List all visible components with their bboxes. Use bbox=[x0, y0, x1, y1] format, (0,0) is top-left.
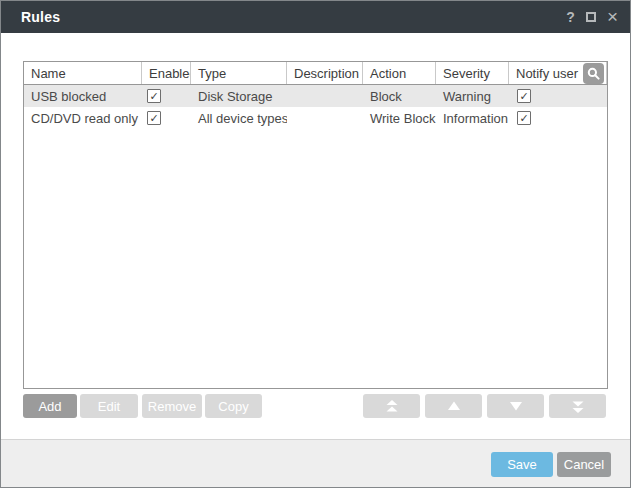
rule-description bbox=[287, 107, 363, 129]
rule-notify-cell: ✓ bbox=[509, 107, 607, 129]
reorder-buttons bbox=[363, 394, 606, 418]
help-icon[interactable]: ? bbox=[566, 8, 575, 26]
notify-checkbox-checked[interactable]: ✓ bbox=[517, 111, 531, 125]
table-header: Name Enabled Type Description Action Sev… bbox=[24, 62, 607, 85]
window-controls: ? × bbox=[566, 8, 618, 26]
rule-enabled-cell: ✓ bbox=[142, 85, 191, 107]
close-icon[interactable]: × bbox=[607, 8, 618, 26]
column-header-action[interactable]: Action bbox=[363, 62, 436, 84]
column-header-name[interactable]: Name bbox=[24, 62, 142, 84]
move-top-button[interactable] bbox=[363, 394, 420, 418]
move-down-button[interactable] bbox=[487, 394, 544, 418]
move-bottom-button[interactable] bbox=[549, 394, 606, 418]
move-up-button[interactable] bbox=[425, 394, 482, 418]
table-row[interactable]: CD/DVD read only ✓ All device types Writ… bbox=[24, 107, 607, 129]
rules-toolbar: Add Edit Remove Copy bbox=[23, 394, 606, 418]
column-header-type[interactable]: Type bbox=[191, 62, 287, 84]
notify-checkbox-checked[interactable]: ✓ bbox=[517, 89, 531, 103]
rule-action: Block bbox=[363, 85, 436, 107]
column-header-enabled[interactable]: Enabled bbox=[142, 62, 191, 84]
search-icon bbox=[587, 67, 600, 80]
double-arrow-up-icon bbox=[385, 400, 399, 413]
cancel-button[interactable]: Cancel bbox=[557, 452, 611, 477]
table-row[interactable]: USB blocked ✓ Disk Storage Block Warning… bbox=[24, 85, 607, 107]
dialog-footer: Save Cancel bbox=[1, 439, 630, 487]
rule-notify-cell: ✓ bbox=[509, 85, 607, 107]
rule-description bbox=[287, 85, 363, 107]
maximize-glyph bbox=[586, 12, 596, 22]
search-button[interactable] bbox=[583, 63, 604, 84]
rule-name: CD/DVD read only bbox=[24, 107, 142, 129]
save-button[interactable]: Save bbox=[491, 452, 553, 477]
dialog-title: Rules bbox=[21, 9, 60, 25]
enabled-checkbox-checked[interactable]: ✓ bbox=[147, 111, 161, 125]
rule-type: All device types bbox=[191, 107, 287, 129]
title-bar: Rules ? × bbox=[1, 1, 630, 33]
edit-button[interactable]: Edit bbox=[80, 394, 138, 418]
rule-action: Write Block bbox=[363, 107, 436, 129]
rule-severity: Information bbox=[436, 107, 509, 129]
remove-button[interactable]: Remove bbox=[142, 394, 202, 418]
rules-table: Name Enabled Type Description Action Sev… bbox=[23, 61, 608, 389]
maximize-icon[interactable] bbox=[586, 8, 596, 26]
rule-name: USB blocked bbox=[24, 85, 142, 107]
rule-type: Disk Storage bbox=[191, 85, 287, 107]
column-header-severity[interactable]: Severity bbox=[436, 62, 509, 84]
column-header-description[interactable]: Description bbox=[287, 62, 363, 84]
rule-enabled-cell: ✓ bbox=[142, 107, 191, 129]
rule-severity: Warning bbox=[436, 85, 509, 107]
arrow-down-icon bbox=[509, 401, 523, 411]
enabled-checkbox-checked[interactable]: ✓ bbox=[147, 89, 161, 103]
double-arrow-down-icon bbox=[571, 400, 585, 413]
arrow-up-icon bbox=[447, 401, 461, 411]
add-button[interactable]: Add bbox=[23, 394, 77, 418]
copy-button[interactable]: Copy bbox=[205, 394, 262, 418]
rules-dialog: Rules ? × Name Enabled Type Description … bbox=[0, 0, 631, 488]
